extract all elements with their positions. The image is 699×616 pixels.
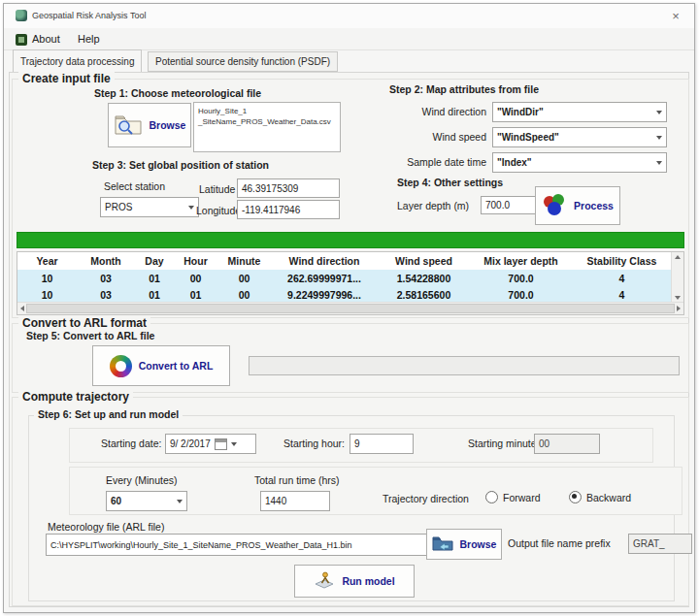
latitude-field[interactable]: 46.39175309 — [237, 178, 340, 198]
folder-arrow-icon — [432, 535, 453, 553]
step3-title: Step 3: Set global position of station — [92, 159, 269, 171]
step4-title: Step 4: Other settings — [397, 177, 503, 188]
wind-direction-select[interactable]: "WindDir" — [492, 102, 667, 122]
radio-checked-icon — [569, 491, 582, 503]
longitude-field[interactable]: -119.4117946 — [237, 200, 340, 219]
layer-depth-field[interactable]: 700.0 — [481, 196, 539, 214]
starting-hour-field[interactable]: 9 — [350, 434, 414, 454]
browse-met-file-button[interactable]: Browse — [108, 103, 191, 147]
convert-arl-group: Convert to ARL format Step 5: Convert to… — [12, 323, 689, 393]
scrollbar-thumb[interactable] — [26, 304, 675, 313]
radio-unchecked-icon — [485, 491, 498, 503]
wind-speed-select[interactable]: "WindSpeed" — [492, 127, 667, 147]
create-input-group-title: Create input file — [18, 72, 115, 85]
station-select[interactable]: PROS — [100, 197, 199, 217]
run-model-button[interactable]: Run model — [294, 565, 415, 598]
starting-date-picker[interactable]: 9/ 2/2017 — [165, 434, 256, 454]
about-menu-icon — [16, 34, 27, 46]
cell: 01 — [135, 286, 174, 303]
cell: 00 — [217, 286, 271, 303]
color-ring-icon — [110, 355, 132, 377]
scroll-right-icon[interactable] — [677, 306, 681, 311]
table-row[interactable]: 10 03 01 01 00 9.2249997996... 2.5816560… — [17, 286, 672, 303]
cell: 03 — [77, 286, 135, 303]
cell: 01 — [135, 270, 174, 286]
scroll-down-icon[interactable] — [675, 296, 681, 300]
column-header[interactable]: Year — [17, 252, 77, 270]
app-icon — [16, 10, 27, 21]
output-prefix-field[interactable]: GRAT_ — [628, 534, 692, 554]
forward-radio[interactable]: Forward — [485, 491, 541, 503]
cell: 262.69999971... — [271, 270, 378, 286]
column-header[interactable]: Wind speed — [378, 252, 470, 270]
starting-minute-field[interactable]: 00 — [534, 434, 600, 454]
step1-title: Step 1: Choose meteorological file — [94, 87, 261, 99]
wind-speed-label: Wind speed — [389, 131, 486, 143]
menu-about[interactable]: About — [28, 31, 64, 47]
chevron-down-icon — [188, 206, 194, 210]
met-arl-file-field[interactable]: C:\HYSPLIT\working\Hourly_Site_1_SiteNam… — [46, 534, 428, 556]
step6-title: Step 6: Set up and run model — [34, 408, 183, 420]
close-icon[interactable]: × — [667, 8, 684, 23]
every-minutes-select[interactable]: 60 — [106, 491, 187, 511]
tab-strip: Trajectory data processing Potential sou… — [4, 49, 694, 72]
cell: 10 — [17, 286, 77, 303]
wind-direction-value: "WindDir" — [497, 107, 544, 117]
cell: 00 — [174, 270, 217, 286]
station-value: PROS — [105, 202, 132, 212]
table-row[interactable]: 10 03 01 00 00 262.69999971... 1.5422880… — [17, 270, 672, 286]
convert-to-arl-label: Convert to ARL — [139, 360, 214, 372]
horizontal-scrollbar[interactable] — [17, 302, 683, 314]
latitude-label: Latitude — [199, 183, 235, 195]
grid-header-row: Year Month Day Hour Minute Wind directio… — [17, 252, 672, 271]
chevron-down-icon — [231, 442, 237, 446]
trajectory-direction-label: Trajectory direction — [383, 493, 469, 504]
column-header[interactable]: Minute — [217, 252, 271, 270]
layer-depth-label: Layer depth (m) — [397, 200, 469, 211]
step2-title: Step 2: Map attributes from file — [389, 83, 539, 95]
total-run-time-field[interactable]: 1440 — [260, 491, 330, 511]
met-arl-file-value: C:\HYSPLIT\working\Hourly_Site_1_SiteNam… — [50, 540, 351, 550]
cell: 03 — [77, 270, 135, 286]
convert-arl-group-title: Convert to ARL format — [18, 316, 150, 330]
column-header[interactable]: Hour — [174, 252, 217, 270]
cell: 10 — [17, 270, 77, 286]
title-bar[interactable]: Geospatial Risk Analysis Tool × — [4, 4, 694, 29]
every-minutes-label: Every (Minutes) — [106, 474, 178, 486]
scroll-left-icon[interactable] — [20, 306, 24, 311]
cell: 01 — [174, 286, 217, 303]
met-arl-file-label: Meteorology file (ARL file) — [48, 521, 164, 533]
met-file-name-line1: Hourly_Site_1 — [198, 106, 336, 116]
cell: 700.0 — [470, 270, 572, 286]
column-header[interactable]: Mix layer depth — [470, 252, 572, 270]
convert-progress-bar — [249, 356, 680, 375]
tab-psdf[interactable]: Potential source density function (PSDF) — [148, 51, 338, 72]
forward-label: Forward — [503, 492, 541, 503]
menu-help[interactable]: Help — [74, 31, 104, 47]
column-header[interactable]: Day — [135, 252, 174, 270]
process-button[interactable]: Process — [535, 186, 620, 225]
sample-date-time-select[interactable]: "Index" — [492, 152, 667, 173]
progress-bar-complete — [17, 232, 684, 248]
sample-date-time-label: Sample date time — [380, 156, 486, 168]
convert-to-arl-button[interactable]: Convert to ARL — [92, 345, 230, 386]
cell: 9.2249997996... — [271, 286, 378, 303]
cell: 00 — [217, 270, 271, 286]
start-time-panel: Starting date: 9/ 2/2017 Starting hour: … — [69, 428, 653, 463]
wind-direction-label: Wind direction — [389, 106, 486, 117]
backward-radio[interactable]: Backward — [569, 491, 631, 503]
column-header[interactable]: Stability Class — [572, 252, 672, 270]
column-header[interactable]: Month — [77, 252, 135, 270]
run-model-icon — [314, 570, 335, 592]
starting-minute-label: Starting minute: — [468, 438, 540, 449]
step5-title: Step 5: Convert to ARL file — [26, 330, 154, 341]
scroll-up-icon[interactable] — [675, 255, 681, 259]
cell: 4 — [572, 286, 672, 303]
layer-depth-value: 700.0 — [485, 200, 510, 211]
browse-arl-button[interactable]: Browse — [426, 529, 502, 560]
met-file-display[interactable]: Hourly_Site_1 _SiteName_PROS_Weather_Dat… — [193, 102, 341, 152]
tab-trajectory-data-processing[interactable]: Trajectory data processing — [13, 49, 142, 72]
vertical-scrollbar[interactable] — [671, 252, 683, 303]
column-header[interactable]: Wind direction — [271, 252, 378, 270]
backward-label: Backward — [586, 492, 631, 503]
